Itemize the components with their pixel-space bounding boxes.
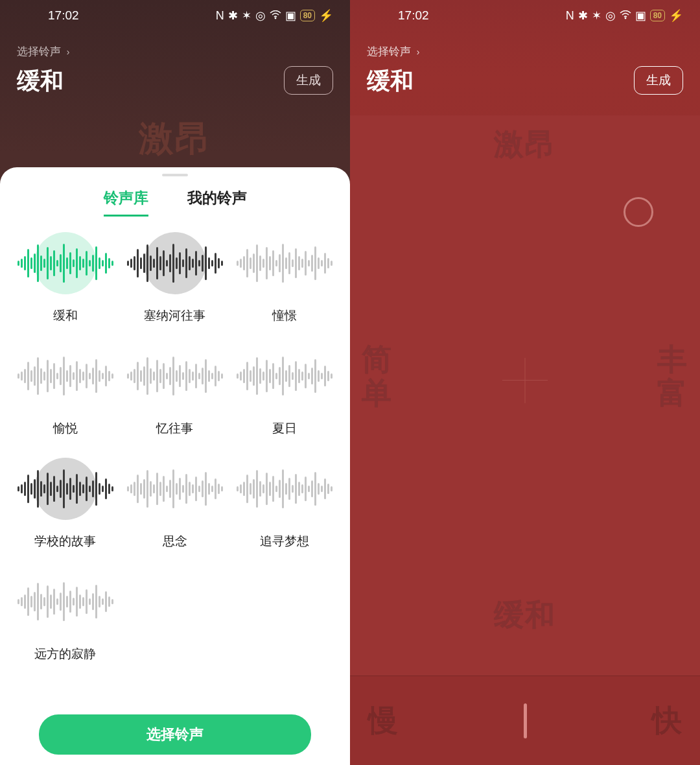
mood-label-left: 简单 [362,342,393,410]
generate-button[interactable]: 生成 [634,66,683,95]
tempo-fast-label: 快 [652,701,682,741]
ringtone-item[interactable]: 忆往事 [120,341,229,437]
location-icon: ◎ [605,8,616,23]
mood-word-bg: 激昂 [0,115,350,163]
ringtone-label: 愉悦 [53,420,78,437]
nfc-icon: N [566,9,574,23]
vibrate-icon: ✱ [578,8,588,23]
nfc-icon: N [216,9,224,23]
phone-left: 17:02 N ✱ ✶ ◎ ▣ 80 ⚡ 选择铃声 › 缓和 生成 激昂 铃声库 [0,0,350,765]
charge-icon: ⚡ [669,8,683,23]
waveform-icon [233,341,336,411]
waveform-icon [14,341,117,411]
ringtone-label: 憧憬 [272,307,297,324]
status-bar: 17:02 N ✱ ✶ ◎ ▣ 80 ⚡ [350,0,700,31]
waveform-icon [123,341,227,411]
sheet-drag-handle[interactable] [162,174,188,176]
wifi-icon [620,9,631,23]
ringtone-item[interactable]: 追寻梦想 [230,454,340,550]
breadcrumb[interactable]: 选择铃声 › [367,44,419,59]
status-time: 17:02 [398,8,429,23]
vibrate-icon: ✱ [228,8,238,23]
ringtone-item[interactable]: 思念 [120,454,229,550]
ringtone-label: 远方的寂静 [34,646,96,663]
ringtone-item[interactable]: 塞纳河往事 [120,228,229,324]
status-bar: 17:02 N ✱ ✶ ◎ ▣ 80 ⚡ [0,0,350,31]
waveform-icon [14,567,117,637]
page-title: 缓和 [367,67,414,94]
ringtone-label: 追寻梦想 [260,533,309,550]
tempo-slow-label: 慢 [368,701,398,741]
crosshair-vertical [525,358,526,403]
tempo-needle[interactable] [524,703,527,738]
ringtone-label: 塞纳河往事 [144,307,205,324]
status-icons: N ✱ ✶ ◎ ▣ 80 ⚡ [216,8,333,23]
generate-button[interactable]: 生成 [284,66,333,95]
waveform-icon [123,454,227,524]
ringtone-label: 夏日 [272,420,297,437]
ringtone-label: 忆往事 [156,420,193,437]
tab-my-ringtones[interactable]: 我的铃声 [187,188,247,217]
breadcrumb-label: 选择铃声 [367,45,411,58]
select-ringtone-button[interactable]: 选择铃声 [39,714,311,755]
breadcrumb-label: 选择铃声 [17,45,61,58]
waveform-icon [14,228,117,298]
header: 选择铃声 › 缓和 生成 [0,31,350,97]
svg-point-0 [274,17,276,19]
waveform-icon [233,454,336,524]
mood-label-top: 激昂 [494,124,556,165]
breadcrumb[interactable]: 选择铃声 › [17,44,69,59]
ringtone-item[interactable]: 学校的故事 [10,454,120,550]
phone-right: 17:02 N ✱ ✶ ◎ ▣ 80 ⚡ 选择铃声 › 缓和 生成 激昂 缓和 … [350,0,700,765]
ringtone-label: 思念 [163,533,187,550]
chevron-right-icon: › [67,47,70,57]
battery-indicator: 80 [300,10,315,21]
ringtone-item[interactable]: 愉悦 [10,341,120,437]
ringtone-grid: 缓和塞纳河往事憧憬愉悦忆往事夏日学校的故事思念追寻梦想远方的寂静 [0,217,350,709]
bluetooth-icon: ✶ [242,8,251,23]
mood-selector-ring[interactable] [624,197,653,227]
mood-label-bottom: 缓和 [494,595,556,635]
ringtone-item[interactable]: 夏日 [230,341,340,437]
cast-icon: ▣ [635,8,646,23]
bluetooth-icon: ✶ [592,8,601,23]
mood-pad[interactable]: 激昂 缓和 简单 丰富 慢 快 [350,115,700,765]
charge-icon: ⚡ [319,8,333,23]
waveform-icon [233,228,336,298]
waveform-icon [123,228,227,298]
location-icon: ◎ [255,8,266,23]
header: 选择铃声 › 缓和 生成 [350,31,700,97]
cast-icon: ▣ [285,8,296,23]
wifi-icon [270,9,281,23]
waveform-icon [14,454,117,524]
ringtone-sheet: 铃声库 我的铃声 缓和塞纳河往事憧憬愉悦忆往事夏日学校的故事思念追寻梦想远方的寂… [0,167,350,765]
ringtone-item[interactable]: 憧憬 [230,228,340,324]
ringtone-label: 缓和 [53,307,78,324]
battery-indicator: 80 [650,10,665,21]
ringtone-item[interactable]: 缓和 [10,228,120,324]
sheet-tabs: 铃声库 我的铃声 [0,188,350,217]
ringtone-label: 学校的故事 [34,533,96,550]
ringtone-item[interactable]: 远方的寂静 [10,567,120,663]
status-time: 17:02 [48,8,79,23]
chevron-right-icon: › [417,47,420,57]
svg-point-1 [624,17,626,19]
tab-library[interactable]: 铃声库 [104,188,148,217]
tempo-slider[interactable]: 慢 快 [350,676,700,765]
status-icons: N ✱ ✶ ◎ ▣ 80 ⚡ [566,8,683,23]
mood-label-right: 丰富 [657,342,688,410]
page-title: 缓和 [17,67,64,94]
